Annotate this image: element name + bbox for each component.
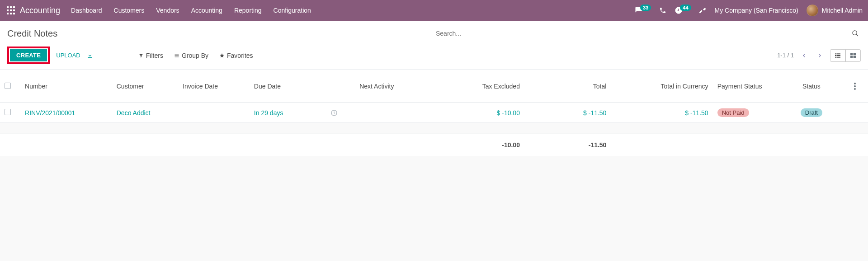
list-icon — [174, 53, 179, 58]
wrench-icon — [699, 7, 707, 14]
col-customer[interactable]: Customer — [112, 70, 178, 103]
svg-rect-16 — [835, 55, 836, 56]
nav-dashboard[interactable]: Dashboard — [71, 7, 102, 14]
select-all-checkbox[interactable] — [5, 83, 11, 89]
table-footer-row: -10.00 -11.50 — [0, 134, 868, 156]
svg-point-25 — [854, 85, 856, 87]
app-brand[interactable]: Accounting — [20, 6, 60, 15]
svg-rect-8 — [13, 13, 15, 14]
cell-tax-excluded: $ -10.00 — [497, 109, 520, 117]
search-icon[interactable] — [850, 28, 861, 39]
activities-badge: 44 — [680, 5, 691, 11]
filters-label: Filters — [146, 52, 163, 59]
footer-total: -11.50 — [524, 134, 611, 156]
svg-rect-12 — [175, 55, 179, 56]
search-container — [434, 27, 861, 40]
svg-rect-6 — [7, 13, 9, 14]
activity-icon[interactable] — [330, 109, 423, 117]
cell-number[interactable]: RINV/2021/00001 — [25, 109, 75, 117]
view-kanban-button[interactable] — [845, 50, 860, 61]
nav-reporting[interactable]: Reporting — [234, 7, 262, 14]
filters-button[interactable]: Filters — [138, 52, 163, 59]
nav-configuration[interactable]: Configuration — [274, 7, 311, 14]
download-icon[interactable] — [87, 52, 93, 59]
favorites-button[interactable]: Favorites — [219, 52, 253, 59]
user-menu[interactable]: Mitchell Admin — [807, 5, 863, 16]
pager-prev[interactable] — [799, 51, 809, 61]
nav-customers[interactable]: Customers — [114, 7, 145, 14]
search-options: Filters Group By Favorites — [138, 52, 257, 59]
col-status[interactable]: Status — [773, 70, 849, 103]
page-title: Credit Notes — [7, 28, 57, 39]
phone-icon — [659, 7, 666, 14]
apps-icon[interactable] — [5, 5, 16, 16]
activities-systray[interactable]: 44 — [675, 6, 691, 14]
groupby-button[interactable]: Group By — [174, 52, 208, 59]
svg-rect-20 — [850, 53, 853, 55]
svg-rect-21 — [854, 53, 856, 55]
svg-rect-11 — [175, 54, 179, 54]
toolbar-buttons: CREATE UPLOAD — [7, 47, 93, 64]
pager-next[interactable] — [815, 51, 825, 61]
cell-invoice-date — [178, 103, 250, 123]
favorites-label: Favorites — [227, 52, 253, 59]
debug-systray[interactable] — [699, 7, 707, 14]
user-name: Mitchell Admin — [822, 7, 863, 14]
col-total-currency[interactable]: Total in Currency — [611, 70, 712, 103]
table-header-row: Number Customer Invoice Date Due Date Ne… — [0, 70, 868, 103]
view-switcher — [830, 49, 861, 62]
nav-menu: Dashboard Customers Vendors Accounting R… — [71, 7, 311, 14]
nav-accounting[interactable]: Accounting — [191, 7, 222, 14]
search-input[interactable] — [434, 27, 850, 40]
control-panel: Credit Notes CREATE UPLOAD Filters — [0, 21, 868, 70]
star-icon — [219, 53, 225, 58]
svg-point-9 — [853, 31, 857, 35]
cell-total: $ -11.50 — [583, 109, 606, 117]
svg-rect-17 — [836, 55, 840, 56]
columns-kebab[interactable] — [854, 74, 863, 99]
pager-text: 1-1 / 1 — [777, 52, 794, 59]
chevron-right-icon — [817, 52, 822, 59]
svg-rect-19 — [836, 56, 840, 57]
svg-rect-3 — [7, 9, 9, 11]
table-gap — [0, 123, 868, 134]
avatar — [807, 5, 818, 16]
row-checkbox[interactable] — [5, 109, 11, 115]
col-payment-status[interactable]: Payment Status — [713, 70, 774, 103]
nav-vendors[interactable]: Vendors — [156, 7, 179, 14]
create-button[interactable]: CREATE — [10, 49, 47, 61]
cell-due-date: In 29 days — [254, 109, 283, 117]
footer-tax-excluded: -10.00 — [428, 134, 524, 156]
phone-systray[interactable] — [659, 7, 666, 14]
upload-button[interactable]: UPLOAD — [56, 52, 80, 59]
col-number[interactable]: Number — [20, 70, 112, 103]
view-list-button[interactable] — [830, 50, 845, 61]
svg-rect-5 — [13, 9, 15, 11]
svg-rect-18 — [835, 56, 836, 57]
svg-point-24 — [854, 83, 856, 84]
chevron-left-icon — [802, 52, 807, 59]
svg-rect-15 — [836, 53, 840, 54]
create-highlight: CREATE — [7, 47, 50, 64]
col-tax-excluded[interactable]: Tax Excluded — [428, 70, 524, 103]
col-due-date[interactable]: Due Date — [250, 70, 326, 103]
svg-rect-13 — [175, 56, 179, 57]
col-total[interactable]: Total — [524, 70, 611, 103]
col-next-activity[interactable]: Next Activity — [326, 70, 428, 103]
svg-rect-1 — [10, 6, 12, 8]
cell-total-currency: $ -11.50 — [685, 109, 708, 117]
list-view-icon — [834, 52, 841, 59]
payment-status-badge: Not Paid — [717, 108, 749, 117]
funnel-icon — [138, 53, 144, 58]
dots-vertical-icon — [854, 83, 856, 90]
cell-customer[interactable]: Deco Addict — [117, 109, 151, 117]
messages-systray[interactable]: 33 — [635, 6, 651, 14]
col-invoice-date[interactable]: Invoice Date — [178, 70, 250, 103]
groupby-label: Group By — [182, 52, 208, 59]
kanban-view-icon — [849, 52, 857, 59]
svg-rect-0 — [7, 6, 9, 8]
company-selector[interactable]: My Company (San Francisco) — [715, 7, 798, 14]
table-row[interactable]: RINV/2021/00001 Deco Addict In 29 days $… — [0, 103, 868, 123]
svg-rect-2 — [13, 6, 15, 8]
svg-rect-4 — [10, 9, 12, 11]
